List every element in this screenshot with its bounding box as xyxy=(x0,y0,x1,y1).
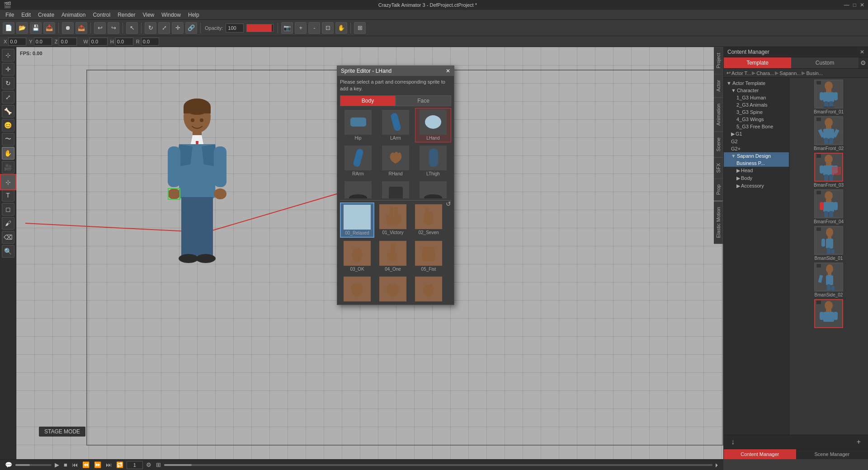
save-button[interactable]: 💾 xyxy=(30,22,42,34)
r-input[interactable] xyxy=(141,38,159,46)
tree-g1[interactable]: ▶G1 xyxy=(724,130,789,138)
se-part-shoe1[interactable] xyxy=(340,179,376,198)
link-button[interactable]: 🔗 xyxy=(185,22,197,34)
tree-g3-animals[interactable]: 2_G3 Animals xyxy=(724,101,789,108)
se-tab-body[interactable]: Body xyxy=(340,95,396,106)
tool-camera[interactable]: 🎥 xyxy=(2,161,14,174)
menu-create[interactable]: Create xyxy=(34,11,58,19)
se-part-rarm[interactable]: RArm xyxy=(340,144,376,178)
tool-text[interactable]: T xyxy=(2,189,14,202)
thumb-bmanfront-02[interactable]: BmanFront_02 xyxy=(791,116,866,151)
thumb-extra[interactable] xyxy=(791,299,866,329)
thumb-bmanside-01[interactable]: BmanSide_01 xyxy=(791,226,866,261)
h-input[interactable] xyxy=(115,38,133,46)
thumb-bmanfront-01[interactable]: BmanFront_01 xyxy=(791,80,866,114)
se-tab-face[interactable]: Face xyxy=(396,95,451,106)
se-pose-8[interactable] xyxy=(376,275,410,302)
y-input[interactable] xyxy=(34,38,52,46)
tool-motion[interactable]: 〜 xyxy=(2,133,14,146)
add-button[interactable]: + xyxy=(853,437,864,447)
tree-g2[interactable]: G2 xyxy=(724,138,789,145)
frame-input[interactable] xyxy=(127,461,143,469)
tree-g3-spine[interactable]: 3_G3 Spine xyxy=(724,108,789,116)
se-pose-7[interactable] xyxy=(340,275,374,302)
breadcrumb-2[interactable]: Chara... xyxy=(756,70,774,76)
se-pose-fist[interactable]: 05_Fist xyxy=(411,239,446,273)
tool-rotate[interactable]: ↻ xyxy=(2,77,14,89)
maximize-button[interactable]: □ xyxy=(853,2,856,8)
tab-content-manager[interactable]: Content Manager xyxy=(724,449,796,459)
vtab-project[interactable]: Project xyxy=(714,47,723,74)
settings-icon[interactable]: ⚙ xyxy=(145,461,153,468)
tree-g3-wings[interactable]: 4_G3 Wings xyxy=(724,116,789,123)
minimize-button[interactable]: — xyxy=(844,2,849,8)
vtab-scene[interactable]: Scene xyxy=(714,132,723,157)
se-part-larm[interactable]: LArm xyxy=(377,108,414,142)
se-part-lhand[interactable]: LHand xyxy=(415,108,451,142)
tab-scene-manager[interactable]: Scene Manager xyxy=(796,449,868,459)
vtab-actor[interactable]: Actor xyxy=(714,74,723,98)
timeline-mini-slider[interactable] xyxy=(15,464,52,466)
rotate-button[interactable]: ↻ xyxy=(145,22,156,34)
prev-button[interactable]: ⏪ xyxy=(81,461,91,468)
tree-g2plus[interactable]: G2+ xyxy=(724,145,789,152)
se-pose-seven[interactable]: 02_Seven xyxy=(411,202,446,238)
timeline-slider[interactable] xyxy=(164,464,712,466)
breadcrumb-back-icon[interactable]: ↩ xyxy=(726,70,731,76)
fit-button[interactable]: ⊡ xyxy=(322,22,334,34)
zoom-in-button[interactable]: + xyxy=(295,22,307,34)
se-part-shoe2[interactable] xyxy=(415,179,451,198)
open-button[interactable]: 📂 xyxy=(16,22,28,34)
move-button[interactable]: ✛ xyxy=(172,22,184,34)
pan-button[interactable]: ✋ xyxy=(335,22,347,34)
se-part-hip[interactable]: Hip xyxy=(340,108,376,142)
vtab-elastic-motion[interactable]: Elastic Motion xyxy=(714,201,723,244)
tree-head[interactable]: ▶Head xyxy=(724,167,789,174)
se-part-body-dark[interactable] xyxy=(377,179,414,198)
thumb-bmanfront-04[interactable]: BmanFront_04 xyxy=(791,189,866,224)
se-part-lthigh[interactable]: LThigh xyxy=(415,144,451,178)
se-pose-one[interactable]: 04_One xyxy=(376,239,410,273)
tool-bone[interactable]: 🦴 xyxy=(2,105,14,118)
opacity-slider[interactable] xyxy=(246,24,274,32)
download-button[interactable]: ↓ xyxy=(727,437,738,447)
thumb-bmanside-02[interactable]: BmanSide_02 xyxy=(791,263,866,297)
next-frame-button[interactable]: ⏭ xyxy=(104,461,113,468)
tree-sapann[interactable]: ▼Sapann Design xyxy=(724,152,789,160)
menu-animation[interactable]: Animation xyxy=(58,11,89,19)
menu-view[interactable]: View xyxy=(139,11,158,19)
redo-button[interactable]: ↪ xyxy=(108,22,119,34)
menu-render[interactable]: Render xyxy=(114,11,139,19)
sprite-editor-close[interactable]: ✕ xyxy=(446,68,450,74)
tab-template[interactable]: Template xyxy=(724,57,791,68)
tool-select[interactable]: ⊹ xyxy=(2,49,14,61)
undo-button[interactable]: ↩ xyxy=(94,22,106,34)
tool-hand[interactable]: ✋ xyxy=(2,147,14,160)
tree-g3-human[interactable]: 1_G3 Human xyxy=(724,94,789,101)
next-button[interactable]: ⏩ xyxy=(93,461,103,468)
select-button[interactable]: ↖ xyxy=(126,22,138,34)
zoom-out-button[interactable]: - xyxy=(308,22,320,34)
tree-g3-freebone[interactable]: 5_G3 Free Bone xyxy=(724,123,789,130)
menu-edit[interactable]: Edit xyxy=(18,11,34,19)
tool-paint[interactable]: 🖌 xyxy=(2,217,14,230)
tool-move[interactable]: ✛ xyxy=(2,63,14,75)
se-refresh-button[interactable]: ↺ xyxy=(446,200,451,207)
vtab-prop[interactable]: Prop xyxy=(714,179,723,201)
x-input[interactable] xyxy=(8,38,26,46)
vtab-sfx[interactable]: SFX xyxy=(714,157,723,179)
tool-zoom[interactable]: 🔍 xyxy=(2,245,14,258)
breadcrumb-4[interactable]: Busin... xyxy=(806,70,823,76)
se-pose-victory[interactable]: 01_Victory xyxy=(376,202,410,238)
close-button[interactable]: ✕ xyxy=(860,2,864,8)
record-button[interactable]: ⏺ xyxy=(62,22,74,34)
prev-frame-button[interactable]: ⏮ xyxy=(71,461,79,468)
grid-button[interactable]: ⊞ xyxy=(354,22,366,34)
tree-accessory[interactable]: ▶Accessory xyxy=(724,182,789,190)
play-button[interactable]: ▶ xyxy=(53,461,61,468)
menu-help[interactable]: Help xyxy=(184,11,203,19)
tree-body[interactable]: ▶Body xyxy=(724,174,789,182)
w-input[interactable] xyxy=(90,38,108,46)
breadcrumb-1[interactable]: Actor T... xyxy=(731,70,751,76)
tree-character[interactable]: ▼Character xyxy=(724,87,789,94)
